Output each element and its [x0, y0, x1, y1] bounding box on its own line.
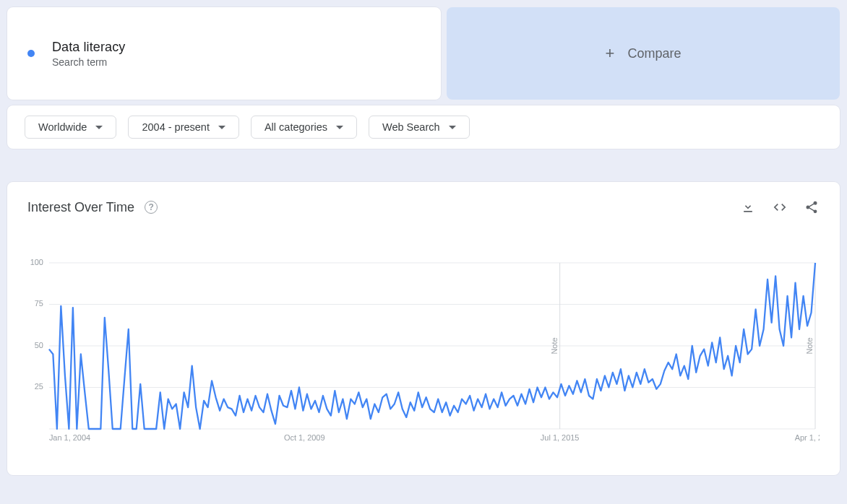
- chart-body: 255075100NoteNoteJan 1, 2004Oct 1, 2009J…: [27, 258, 820, 446]
- svg-text:Note: Note: [805, 337, 814, 354]
- chart-card: Interest Over Time ? 255075100NoteNoteJa…: [7, 182, 840, 475]
- download-button[interactable]: [740, 199, 756, 215]
- search-term-subtitle: Search term: [52, 56, 125, 68]
- chart-svg: 255075100NoteNoteJan 1, 2004Oct 1, 2009J…: [27, 258, 820, 446]
- code-icon: [773, 200, 787, 214]
- compare-label: Compare: [627, 46, 681, 61]
- chevron-down-icon: [449, 126, 456, 129]
- svg-text:Note: Note: [550, 337, 559, 354]
- time-filter[interactable]: 2004 - present: [128, 116, 239, 139]
- region-filter[interactable]: Worldwide: [25, 116, 116, 139]
- svg-text:25: 25: [35, 382, 43, 391]
- category-filter[interactable]: All categories: [251, 116, 357, 139]
- search-term-card[interactable]: Data literacy Search term: [7, 7, 441, 100]
- search-term-title: Data literacy: [52, 40, 125, 55]
- svg-text:Jan 1, 2004: Jan 1, 2004: [49, 433, 90, 442]
- compare-button[interactable]: + Compare: [447, 7, 840, 100]
- share-icon: [804, 200, 819, 214]
- share-button[interactable]: [804, 199, 820, 215]
- series-color-dot: [27, 50, 35, 57]
- svg-text:75: 75: [35, 299, 43, 308]
- chevron-down-icon: [95, 126, 103, 129]
- chevron-down-icon: [336, 126, 343, 129]
- chevron-down-icon: [218, 126, 225, 129]
- search-type-filter[interactable]: Web Search: [369, 116, 470, 139]
- chart-title: Interest Over Time: [27, 200, 134, 215]
- plus-icon: +: [606, 44, 615, 63]
- svg-text:Jul 1, 2015: Jul 1, 2015: [541, 433, 580, 442]
- embed-button[interactable]: [772, 199, 788, 215]
- svg-text:50: 50: [35, 341, 43, 349]
- help-icon[interactable]: ?: [145, 201, 158, 214]
- filter-bar: Worldwide 2004 - present All categories …: [7, 105, 840, 149]
- time-filter-label: 2004 - present: [142, 121, 210, 133]
- category-filter-label: All categories: [265, 121, 327, 133]
- search-type-filter-label: Web Search: [382, 121, 440, 133]
- svg-text:Oct 1, 2009: Oct 1, 2009: [284, 433, 325, 442]
- region-filter-label: Worldwide: [38, 121, 87, 133]
- svg-text:100: 100: [30, 258, 43, 266]
- svg-text:Apr 1, 2021: Apr 1, 2021: [795, 433, 820, 442]
- download-icon: [741, 200, 755, 214]
